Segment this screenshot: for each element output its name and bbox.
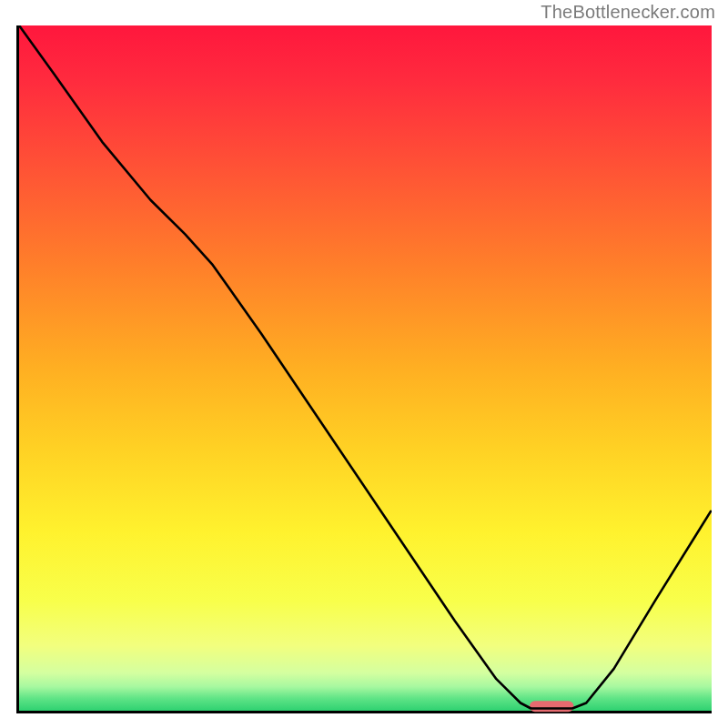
gradient-background (19, 25, 712, 711)
attribution-text: TheBottlenecker.com (541, 2, 715, 23)
chart-svg (16, 25, 712, 713)
bottleneck-chart (16, 25, 712, 713)
optimal-range-marker (530, 701, 574, 712)
